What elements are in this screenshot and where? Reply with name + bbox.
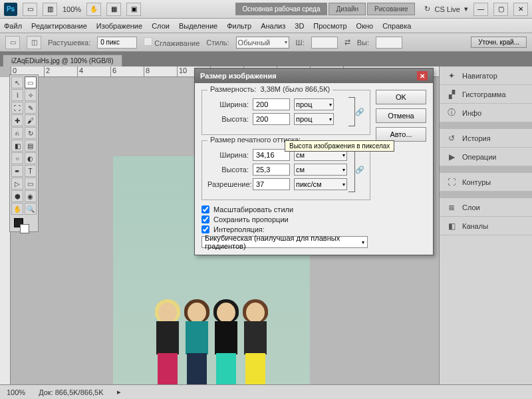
panel-navigator[interactable]: ✦Навигатор <box>440 66 532 85</box>
min-icon[interactable]: — <box>473 3 488 16</box>
print-width-label: Ширина: <box>207 151 249 159</box>
workspace-tab-paint[interactable]: Рисование <box>367 3 415 15</box>
feather-label: Растушевка: <box>48 39 90 47</box>
antialias-check[interactable]: Сглаживание <box>144 37 200 47</box>
cancel-button[interactable]: Отмена <box>376 108 426 123</box>
screen-icon[interactable]: ▣ <box>126 3 141 16</box>
link-icon[interactable]: 🔗 <box>355 108 364 116</box>
current-tool-icon[interactable]: ▭ <box>5 36 20 49</box>
wand-tool[interactable]: ✧ <box>25 89 37 101</box>
stamp-tool[interactable]: ⎌ <box>11 127 23 139</box>
info-icon: ⓘ <box>446 108 457 118</box>
resolution-input[interactable] <box>253 178 290 190</box>
panel-info[interactable]: ⓘИнфо <box>440 104 532 122</box>
type-tool[interactable]: T <box>25 165 37 177</box>
3d-tool[interactable]: ⬢ <box>11 190 23 202</box>
view-icon[interactable]: ▦ <box>106 3 121 16</box>
print-height-input[interactable] <box>253 164 290 176</box>
hand-icon[interactable]: ✋ <box>86 3 101 16</box>
menu-view[interactable]: Просмотр <box>313 22 346 30</box>
eraser-tool[interactable]: ◧ <box>11 140 23 152</box>
app-toolbar: Ps ▭ ▥ 100% ✋ ▦ ▣ Основная рабочая среда… <box>0 0 532 19</box>
menu-help[interactable]: Справка <box>382 22 411 30</box>
resample-check[interactable] <box>201 225 209 233</box>
menu-filter[interactable]: Фильтр <box>227 22 251 30</box>
play-icon: ▶ <box>446 152 457 162</box>
history-brush-tool[interactable]: ↻ <box>25 127 37 139</box>
path-tool[interactable]: ▷ <box>11 178 23 190</box>
brush-tool[interactable]: 🖌 <box>25 114 37 126</box>
px-width-input[interactable] <box>253 98 290 110</box>
scale-styles-label: Масштабировать стили <box>213 205 293 213</box>
menu-layers[interactable]: Слои <box>152 22 170 30</box>
feather-input[interactable] <box>97 37 137 49</box>
print-height-unit[interactable]: см <box>294 164 347 176</box>
dialog-close-button[interactable]: ✕ <box>417 71 428 80</box>
refine-edge-button[interactable]: Уточн. край... <box>471 37 527 48</box>
menu-select[interactable]: Выделение <box>179 22 217 30</box>
lasso-tool[interactable]: ⌇ <box>11 89 23 101</box>
status-zoom[interactable]: 100% <box>7 388 25 396</box>
gradient-tool[interactable]: ▤ <box>25 140 37 152</box>
dialog-titlebar[interactable]: Размер изображения ✕ <box>195 68 433 83</box>
shape-tool[interactable]: ▭ <box>25 178 37 190</box>
menu-file[interactable]: Файл <box>4 22 22 30</box>
tooltip: Высота изображения в пикселах <box>285 140 394 152</box>
document-tab-bar: iZAqEDiuiHs.jpg @ 100% (RGB/8) <box>0 52 532 66</box>
panel-history[interactable]: ↺История <box>440 129 532 148</box>
link-bracket <box>348 147 355 192</box>
document-tab[interactable]: iZAqEDiuiHs.jpg @ 100% (RGB/8) <box>3 55 122 66</box>
panel-paths[interactable]: ⛶Контуры <box>440 173 532 192</box>
resolution-label: Разрешение: <box>207 180 249 188</box>
image-size-dialog: Размер изображения ✕ Размерность: 3,38М … <box>194 68 434 255</box>
px-width-unit[interactable]: проц <box>294 98 334 110</box>
foreground-swatch[interactable] <box>14 218 23 227</box>
ok-button[interactable]: OK <box>376 90 426 104</box>
opt-width-input[interactable] <box>311 37 338 49</box>
px-height-input[interactable] <box>253 113 290 125</box>
marquee-tool[interactable]: ▭ <box>25 76 37 88</box>
menu-3d[interactable]: 3D <box>295 22 304 30</box>
zoom-tool[interactable]: 🔍 <box>25 203 37 215</box>
resolution-unit[interactable]: пикс/см <box>294 178 347 190</box>
workspace-tab-main[interactable]: Основная рабочая среда <box>235 3 328 15</box>
blur-tool[interactable]: ○ <box>11 152 23 164</box>
interpolation-select[interactable]: Бикубическая (наилучшая для плавных град… <box>201 236 368 248</box>
scale-styles-check[interactable] <box>201 205 209 213</box>
healing-tool[interactable]: ✚ <box>11 114 23 126</box>
opt-height-input[interactable] <box>376 37 402 49</box>
auto-button[interactable]: Авто... <box>376 127 426 142</box>
menu-image[interactable]: Изображение <box>96 22 142 30</box>
bridge-icon[interactable]: ▭ <box>23 3 37 16</box>
dodge-tool[interactable]: ◐ <box>25 152 37 164</box>
3d-camera-tool[interactable]: ◉ <box>25 190 37 202</box>
selection-mode-icon[interactable]: ◫ <box>27 36 41 49</box>
constrain-check[interactable] <box>201 215 209 223</box>
height-label: Вы: <box>357 39 369 47</box>
close-icon[interactable]: ✕ <box>513 3 528 16</box>
minibridge-icon[interactable]: ▥ <box>43 3 57 16</box>
move-tool[interactable]: ↖ <box>11 76 23 88</box>
menu-window[interactable]: Окно <box>356 22 374 30</box>
workspace-tab-design[interactable]: Дизайн <box>329 3 366 15</box>
zoom-display[interactable]: 100% <box>63 5 81 13</box>
histogram-icon: ▞ <box>446 89 457 100</box>
right-panel-dock: ✦Навигатор ▞Гистограмма ⓘИнфо ↺История ▶… <box>439 66 532 384</box>
hand-tool[interactable]: ✋ <box>11 203 23 215</box>
menu-edit[interactable]: Редактирование <box>31 22 87 30</box>
panel-actions[interactable]: ▶Операции <box>440 148 532 166</box>
pen-tool[interactable]: ✒ <box>11 165 23 177</box>
menu-analysis[interactable]: Анализ <box>261 22 285 30</box>
link-icon[interactable]: 🔗 <box>355 166 364 174</box>
eyedropper-tool[interactable]: ✎ <box>25 102 37 114</box>
panel-channels[interactable]: ◧Каналы <box>440 217 532 235</box>
px-height-unit[interactable]: проц <box>294 113 334 125</box>
max-icon[interactable]: ▢ <box>493 3 508 16</box>
panel-layers[interactable]: ≣Слои <box>440 198 532 217</box>
crop-tool[interactable]: ⛶ <box>11 102 23 114</box>
panel-histogram[interactable]: ▞Гистограмма <box>440 85 532 104</box>
style-select[interactable]: Обычный <box>236 37 289 49</box>
px-height-label: Высота: <box>207 115 249 123</box>
background-swatch[interactable] <box>20 224 29 233</box>
cslive-menu[interactable]: ↻ CS Live ▾ <box>424 5 468 13</box>
